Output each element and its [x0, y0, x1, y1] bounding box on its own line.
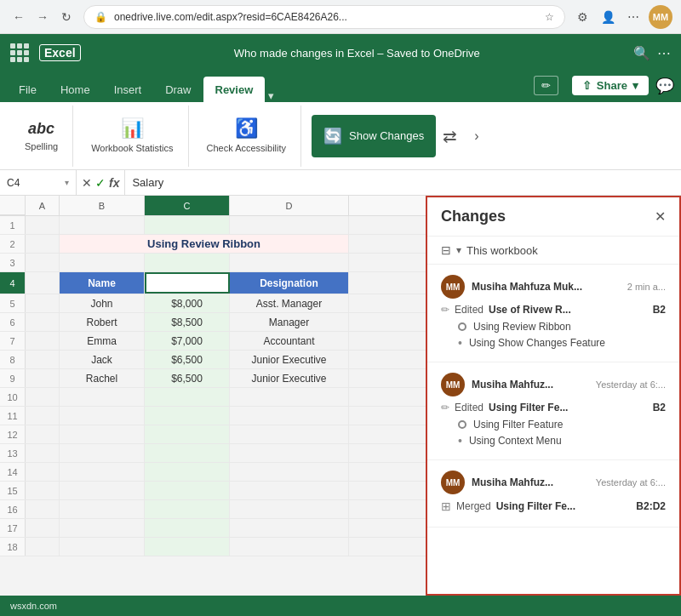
cell-a9[interactable] — [26, 369, 60, 387]
profile-icon[interactable]: 👤 — [598, 7, 618, 27]
spelling-label: Spelling — [25, 141, 58, 151]
cell-d9[interactable]: Junior Executive — [230, 369, 349, 387]
tab-home[interactable]: Home — [49, 77, 102, 102]
comment-icon[interactable]: 💬 — [655, 77, 674, 95]
change-bullet-circle-2: Using Filter Feature — [441, 417, 666, 432]
changes-panel-close-button[interactable]: ✕ — [655, 208, 666, 225]
cell-d8[interactable]: Junior Executive — [230, 351, 349, 368]
share-button[interactable]: ⇧ Share ▾ — [572, 76, 649, 95]
cell-salary-header[interactable]: Salary — [145, 272, 230, 294]
bullet-dot-icon-2: • — [458, 434, 462, 448]
edit-pencil-btn[interactable]: ✏ — [534, 76, 558, 95]
tab-review[interactable]: Review — [203, 77, 266, 102]
row-num-9: 9 — [0, 369, 26, 387]
change-edit-row-1: ✏ Edited Use of Rivew R... B2 — [441, 304, 666, 316]
accessibility-group: ♿ Check Accessibility — [192, 106, 302, 167]
check-accessibility-label: Check Accessibility — [207, 143, 287, 154]
cell-b8[interactable]: Jack — [60, 351, 145, 368]
cell-d6[interactable]: Manager — [230, 313, 349, 331]
spreadsheet-title-cell[interactable]: Using Review Ribbon — [60, 235, 349, 253]
search-icon[interactable]: 🔍 — [633, 45, 650, 61]
extension-icon[interactable]: ⚙ — [572, 7, 592, 27]
edit-pencil-icon-2: ✏ — [441, 402, 449, 414]
cell-c3[interactable] — [145, 254, 230, 271]
ribbon-tab-dropdown[interactable]: ▾ — [265, 89, 278, 102]
cell-a8[interactable] — [26, 351, 60, 368]
back-button[interactable]: ← — [9, 7, 29, 27]
workbook-statistics-button[interactable]: 📊 Workbook Statistics — [83, 109, 180, 163]
cell-b9[interactable]: Rachel — [60, 369, 145, 387]
more-icon[interactable]: ⋯ — [623, 7, 644, 27]
change-action-2: Edited — [455, 402, 484, 414]
tab-draw[interactable]: Draw — [153, 77, 203, 102]
cell-a1[interactable] — [26, 216, 60, 234]
row-num-5: 5 — [0, 294, 26, 312]
browser-nav: ← → ↻ — [9, 7, 77, 27]
app-grid-icon[interactable] — [10, 43, 29, 62]
changes-panel-title: Changes — [441, 208, 506, 225]
changes-filter-row[interactable]: ⊟ ▾ This workbook — [427, 237, 679, 265]
row-num-4: 4 — [0, 272, 26, 294]
cell-c9[interactable]: $6,500 — [145, 369, 230, 387]
address-bar[interactable]: 🔒 onedrive.live.com/edit.aspx?resid=6CAE… — [83, 5, 565, 29]
cell-a2[interactable] — [26, 235, 60, 253]
cell-a5[interactable] — [26, 294, 60, 312]
bookmark-icon: ☆ — [545, 11, 554, 23]
transfer-icon-btn[interactable]: ⇄ — [439, 126, 461, 146]
cell-c6[interactable]: $8,500 — [145, 313, 230, 331]
cell-c8[interactable]: $6,500 — [145, 351, 230, 368]
cell-reference-box[interactable]: C4 ▾ — [0, 170, 77, 195]
col-header-a: A — [26, 196, 60, 215]
change-user-1: Musiha Mahfuza Muk... — [472, 281, 582, 293]
cell-d1[interactable] — [230, 216, 349, 234]
bullet-circle-icon-2 — [458, 420, 466, 429]
cell-name-header[interactable]: Name — [60, 272, 145, 294]
cell-d5[interactable]: Asst. Manager — [230, 294, 349, 312]
change-user-3: Musiha Mahfuz... — [472, 476, 553, 488]
ribbon-more-button[interactable]: › — [471, 125, 482, 147]
change-bullet-text-2b: Using Context Menu — [469, 435, 562, 447]
show-changes-button[interactable]: 🔄 Show Changes — [312, 115, 436, 157]
workbook-statistics-label: Workbook Statistics — [91, 143, 173, 154]
user-avatar[interactable]: MM — [649, 5, 672, 29]
tab-insert[interactable]: Insert — [102, 77, 154, 102]
cell-c7[interactable]: $7,000 — [145, 332, 230, 350]
change-meta-3: MM Musiha Mahfuz... Yesterday at 6:... — [441, 471, 666, 494]
forward-button[interactable]: → — [32, 7, 53, 27]
cell-b6[interactable]: Robert — [60, 313, 145, 331]
change-bullet-dot-2: • Using Context Menu — [441, 432, 666, 449]
filter-icon: ⊟ — [441, 243, 451, 257]
check-accessibility-button[interactable]: ♿ Check Accessibility — [199, 109, 295, 163]
status-bar-text: wsxdn.com — [10, 601, 57, 611]
more-options-icon[interactable]: ⋯ — [657, 45, 671, 61]
cell-b3[interactable] — [60, 254, 145, 271]
cell-b1[interactable] — [60, 216, 145, 234]
change-file-ref-2: Using Filter Fe... — [489, 402, 568, 414]
change-meta-1: MM Musiha Mahfuza Muk... 2 min a... — [441, 275, 666, 299]
cell-b5[interactable]: John — [60, 294, 145, 312]
row-num-8: 8 — [0, 351, 26, 368]
cell-a6[interactable] — [26, 313, 60, 331]
col-header-c: C — [145, 196, 230, 215]
change-edit-row-3: ⊞ Merged Using Filter Fe... B2:D2 — [441, 499, 666, 513]
cell-c1[interactable] — [145, 216, 230, 234]
cell-a3[interactable] — [26, 254, 60, 271]
cell-d3[interactable] — [230, 254, 349, 271]
cell-b7[interactable]: Emma — [60, 332, 145, 350]
cell-d7[interactable]: Accountant — [230, 332, 349, 350]
row-num-header — [0, 196, 26, 215]
insert-function-icon[interactable]: fx — [109, 176, 119, 190]
tab-file[interactable]: File — [7, 77, 49, 102]
cancel-formula-icon[interactable]: ✕ — [82, 176, 92, 190]
confirm-formula-icon[interactable]: ✓ — [95, 176, 106, 190]
cell-a4[interactable] — [26, 272, 60, 294]
spelling-button[interactable]: abc Spelling — [17, 109, 66, 163]
cell-ref-dropdown[interactable]: ▾ — [65, 178, 69, 187]
cell-a7[interactable] — [26, 332, 60, 350]
cell-designation-header[interactable]: Designation — [230, 272, 349, 294]
formula-input-value[interactable]: Salary — [125, 176, 681, 189]
row-num-2: 2 — [0, 235, 26, 253]
cell-c5[interactable]: $8,000 — [145, 294, 230, 312]
refresh-button[interactable]: ↻ — [56, 7, 77, 27]
ribbon-tabs: File Home Insert Draw Review ▾ ✏ ⇧ Share… — [0, 71, 681, 102]
